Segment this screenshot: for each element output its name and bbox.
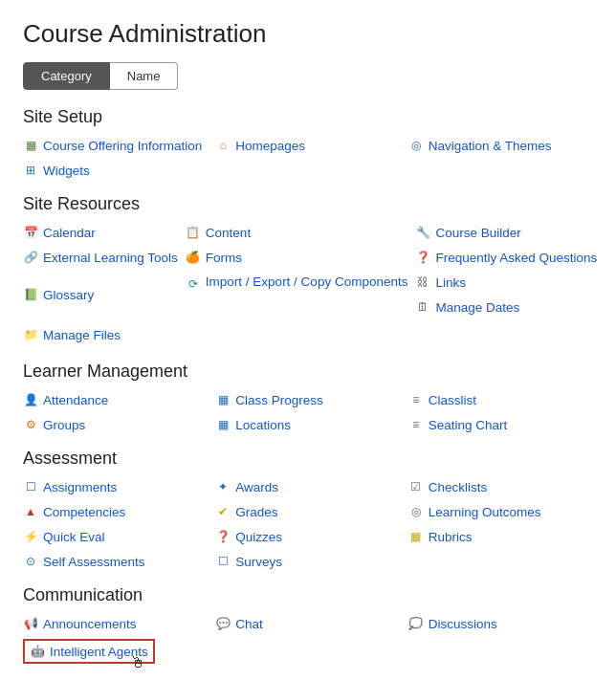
link-import-export[interactable]: ⟳ Import / Export / Copy Components bbox=[186, 272, 408, 318]
link-forms[interactable]: 🍊 Forms bbox=[186, 247, 408, 268]
link-label: Glossary bbox=[43, 288, 94, 302]
link-label: Classlist bbox=[429, 393, 476, 407]
agents-icon: 🤖 bbox=[30, 644, 45, 659]
link-label: Assignments bbox=[43, 480, 117, 494]
link-label: Locations bbox=[235, 418, 291, 432]
builder-icon: 🔧 bbox=[415, 225, 430, 240]
forms-icon: 🍊 bbox=[186, 250, 201, 265]
link-classlist[interactable]: ≡ Classlist bbox=[408, 389, 593, 410]
link-label: Discussions bbox=[429, 617, 497, 631]
glossary-icon: 📗 bbox=[23, 287, 38, 302]
link-intelligent-agents[interactable]: 🤖 Intelligent Agents 🖱 bbox=[23, 639, 155, 664]
link-external-learning-tools[interactable]: 🔗 External Learning Tools bbox=[23, 247, 178, 268]
link-widgets[interactable]: ⊞ Widgets bbox=[23, 160, 208, 181]
link-glossary[interactable]: 📗 Glossary bbox=[23, 272, 178, 318]
link-label: Grades bbox=[235, 505, 277, 519]
ext-icon: 🔗 bbox=[23, 250, 38, 265]
link-label: External Learning Tools bbox=[43, 251, 178, 265]
link-discussions[interactable]: 💭 Discussions bbox=[408, 613, 593, 634]
link-label: Seating Chart bbox=[429, 418, 508, 432]
link-learning-outcomes[interactable]: ◎ Learning Outcomes bbox=[408, 501, 593, 522]
link-announcements[interactable]: 📢 Announcements bbox=[23, 613, 208, 634]
grid-icon: ▦ bbox=[23, 138, 38, 153]
link-grades[interactable]: ✔ Grades bbox=[215, 501, 400, 522]
link-label: Groups bbox=[43, 418, 85, 432]
checklists-icon: ☑ bbox=[408, 479, 424, 494]
quickeval-icon: ⚡ bbox=[23, 529, 38, 544]
link-label: Calendar bbox=[43, 226, 96, 240]
link-homepages[interactable]: ⌂ Homepages bbox=[215, 135, 400, 156]
classlist-icon: ≡ bbox=[408, 392, 424, 407]
outcomes-icon: ◎ bbox=[408, 504, 424, 519]
section-site-resources: Site Resources 📅 Calendar 📋 Content 🔧 Co… bbox=[23, 194, 593, 348]
link-manage-files[interactable]: 📁 Manage Files bbox=[23, 324, 121, 345]
content-icon: 📋 bbox=[186, 225, 201, 240]
link-content[interactable]: 📋 Content bbox=[186, 222, 408, 243]
section-title-assessment: Assessment bbox=[23, 449, 593, 469]
widgets-icon: ⊞ bbox=[23, 163, 38, 178]
chat-icon: 💬 bbox=[215, 616, 231, 631]
link-quizzes[interactable]: ❓ Quizzes bbox=[215, 526, 400, 547]
link-manage-dates[interactable]: 🗓 Manage Dates bbox=[415, 296, 597, 318]
rubrics-icon: ▦ bbox=[408, 529, 424, 544]
link-label: Surveys bbox=[235, 555, 282, 569]
link-calendar[interactable]: 📅 Calendar bbox=[23, 222, 178, 243]
link-label: Widgets bbox=[43, 164, 90, 178]
dates-icon: 🗓 bbox=[415, 299, 430, 315]
link-self-assessments[interactable]: ⊙ Self Assessments bbox=[23, 551, 208, 572]
link-navigation-themes[interactable]: ◎ Navigation & Themes bbox=[408, 135, 593, 156]
link-label: Checklists bbox=[429, 480, 488, 494]
grades-icon: ✔ bbox=[215, 504, 231, 519]
link-label: Quick Eval bbox=[43, 530, 105, 544]
link-label: Navigation & Themes bbox=[429, 139, 552, 153]
section-assessment: Assessment ☐ Assignments ✦ Awards ☑ Chec… bbox=[23, 449, 593, 572]
link-competencies[interactable]: ▲ Competencies bbox=[23, 501, 208, 522]
assign-icon: ☐ bbox=[23, 479, 38, 494]
section-title-communication: Communication bbox=[23, 585, 593, 605]
link-quick-eval[interactable]: ⚡ Quick Eval bbox=[23, 526, 208, 547]
link-course-builder[interactable]: 🔧 Course Builder bbox=[415, 222, 597, 243]
link-label: Course Builder bbox=[435, 226, 520, 240]
link-label: Attendance bbox=[43, 393, 108, 407]
link-label: Awards bbox=[235, 480, 278, 494]
link-attendance[interactable]: 👤 Attendance bbox=[23, 389, 208, 410]
link-chat[interactable]: 💬 Chat bbox=[215, 613, 400, 634]
link-links[interactable]: ⛓ Links bbox=[415, 272, 597, 293]
link-faq[interactable]: ❓ Frequently Asked Questions bbox=[415, 247, 597, 268]
link-label: Competencies bbox=[43, 505, 125, 519]
link-awards[interactable]: ✦ Awards bbox=[215, 476, 400, 497]
page-title: Course Administration bbox=[23, 19, 593, 49]
section-site-setup: Site Setup ▦ Course Offering Information… bbox=[23, 107, 593, 181]
link-assignments[interactable]: ☐ Assignments bbox=[23, 476, 208, 497]
comp-icon: ▲ bbox=[23, 504, 38, 519]
link-rubrics[interactable]: ▦ Rubrics bbox=[408, 526, 593, 547]
nav-icon: ◎ bbox=[408, 138, 424, 153]
quizzes-icon: ❓ bbox=[215, 529, 231, 544]
link-label: Manage Files bbox=[43, 328, 121, 342]
self-icon: ⊙ bbox=[23, 554, 38, 569]
links-icon: ⛓ bbox=[415, 274, 430, 290]
import-icon: ⟳ bbox=[186, 276, 201, 292]
link-locations[interactable]: ▦ Locations bbox=[215, 414, 400, 435]
surveys-icon: ☐ bbox=[215, 554, 231, 569]
link-label: Links bbox=[435, 275, 466, 290]
link-label: Homepages bbox=[235, 139, 305, 153]
link-label: Class Progress bbox=[235, 393, 323, 407]
discuss-icon: 💭 bbox=[408, 616, 424, 631]
link-label: Self Assessments bbox=[43, 555, 145, 569]
link-seating-chart[interactable]: ≡ Seating Chart bbox=[408, 414, 593, 435]
tab-name[interactable]: Name bbox=[110, 62, 179, 90]
attendance-icon: 👤 bbox=[23, 392, 38, 407]
link-label: Chat bbox=[235, 617, 263, 631]
link-label: Content bbox=[206, 226, 251, 240]
link-checklists[interactable]: ☑ Checklists bbox=[408, 476, 593, 497]
link-course-offering-information[interactable]: ▦ Course Offering Information bbox=[23, 135, 208, 156]
section-title-site-resources: Site Resources bbox=[23, 194, 593, 214]
section-title-site-setup: Site Setup bbox=[23, 107, 593, 127]
link-label: Announcements bbox=[43, 617, 137, 631]
tab-category[interactable]: Category bbox=[23, 62, 110, 90]
link-label: Learning Outcomes bbox=[429, 505, 541, 519]
link-class-progress[interactable]: ▦ Class Progress bbox=[215, 389, 400, 410]
link-surveys[interactable]: ☐ Surveys bbox=[215, 551, 400, 572]
link-groups[interactable]: ⚙ Groups bbox=[23, 414, 208, 435]
